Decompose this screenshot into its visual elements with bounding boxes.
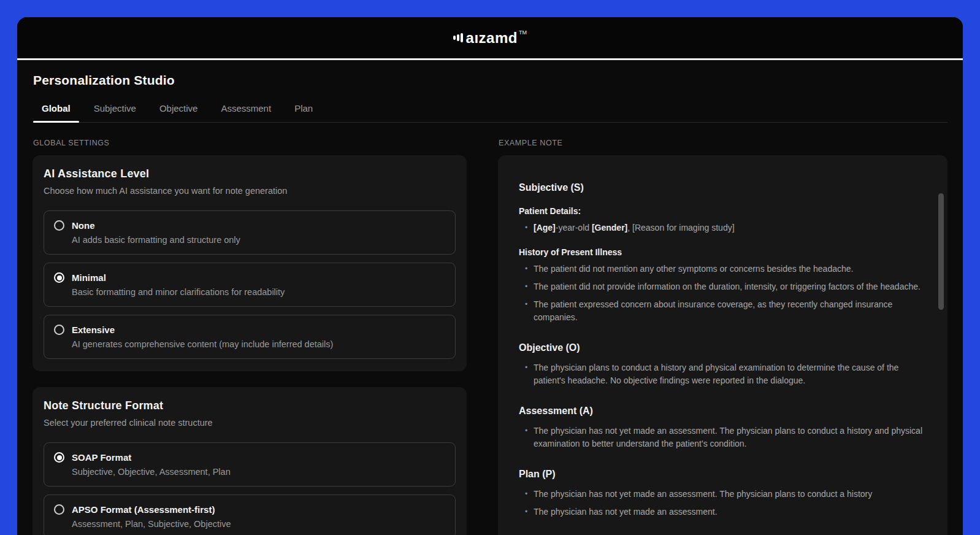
- option-label: APSO Format (Assessment-first): [72, 504, 215, 515]
- assessment-list: The physician has not yet made an assess…: [519, 425, 927, 450]
- assessment-heading: Assessment (A): [519, 406, 927, 417]
- card-title: AI Assistance Level: [44, 167, 456, 180]
- example-note-column: EXAMPLE NOTE Subjective (S) Patient Deta…: [497, 139, 947, 535]
- trademark-symbol: TM: [519, 29, 527, 36]
- patient-details-list: [Age]-year-old [Gender], [Reason for ima…: [519, 221, 927, 234]
- tab-bar: Global Subjective Objective Assessment P…: [33, 103, 947, 123]
- hpi-item: The patient did not mention any other sy…: [525, 263, 927, 275]
- brand-logo: aızamd TM: [453, 31, 527, 45]
- main-columns: GLOBAL SETTINGS AI Assistance Level Choo…: [33, 139, 947, 535]
- card-subtitle: Select your preferred clinical note stru…: [44, 418, 456, 428]
- radio-unselected-icon[interactable]: [54, 220, 64, 231]
- option-label: None: [72, 220, 95, 231]
- option-label: Extensive: [72, 325, 115, 335]
- option-none[interactable]: None AI adds basic formatting and struct…: [44, 210, 456, 255]
- radio-unselected-icon[interactable]: [54, 504, 64, 515]
- ai-assistance-options: None AI adds basic formatting and struct…: [44, 210, 456, 359]
- example-note-label: EXAMPLE NOTE: [498, 139, 947, 147]
- plan-list: The physician has not yet made an assess…: [519, 488, 927, 518]
- app-window: aızamd TM Personalization Studio Global …: [17, 17, 963, 535]
- option-description: AI generates comprehensive content (may …: [72, 339, 445, 349]
- patient-details-heading: Patient Details:: [519, 206, 927, 216]
- option-description: AI adds basic formatting and structure o…: [72, 235, 445, 245]
- option-extensive[interactable]: Extensive AI generates comprehensive con…: [44, 315, 456, 359]
- app-header: aızamd TM: [17, 17, 963, 60]
- scrollbar-thumb[interactable]: [938, 193, 944, 310]
- note-structure-format-card: Note Structure Format Select your prefer…: [33, 387, 467, 535]
- tab-assessment[interactable]: Assessment: [221, 103, 271, 122]
- patient-details-item: [Age]-year-old [Gender], [Reason for ima…: [525, 221, 927, 234]
- tab-objective[interactable]: Objective: [159, 103, 198, 122]
- tab-global[interactable]: Global: [42, 103, 71, 122]
- settings-column: GLOBAL SETTINGS AI Assistance Level Choo…: [33, 139, 467, 535]
- assessment-item: The physician has not yet made an assess…: [525, 425, 927, 450]
- option-label: SOAP Format: [72, 452, 131, 463]
- option-row: Minimal: [54, 272, 445, 283]
- subjective-heading: Subjective (S): [519, 182, 927, 193]
- hpi-list: The patient did not mention any other sy…: [519, 263, 927, 324]
- note-format-options: SOAP Format Subjective, Objective, Asses…: [44, 442, 456, 535]
- option-row: None: [54, 220, 445, 231]
- radio-selected-icon[interactable]: [54, 452, 64, 463]
- option-description: Basic formatting and minor clarification…: [72, 287, 445, 297]
- option-row: Extensive: [54, 325, 445, 335]
- example-note-body: Subjective (S) Patient Details: [Age]-ye…: [519, 182, 927, 518]
- option-soap-format[interactable]: SOAP Format Subjective, Objective, Asses…: [44, 442, 456, 487]
- hpi-heading: History of Present Illness: [519, 247, 927, 257]
- hpi-item: The patient did not provide information …: [525, 280, 927, 293]
- waveform-icon: [453, 33, 463, 42]
- objective-list: The physician plans to conduct a history…: [519, 361, 927, 387]
- card-subtitle: Choose how much AI assistance you want f…: [44, 186, 456, 196]
- hpi-item: The patient expressed concern about insu…: [525, 298, 927, 324]
- radio-unselected-icon[interactable]: [54, 325, 64, 335]
- option-apso-format[interactable]: APSO Format (Assessment-first) Assessmen…: [44, 495, 456, 535]
- radio-selected-icon[interactable]: [54, 272, 64, 283]
- option-description: Subjective, Objective, Assessment, Plan: [72, 467, 445, 477]
- objective-item: The physician plans to conduct a history…: [525, 361, 927, 387]
- plan-item: The physician has not yet made an assess…: [525, 488, 927, 501]
- objective-heading: Objective (O): [519, 342, 927, 353]
- option-minimal[interactable]: Minimal Basic formatting and minor clari…: [44, 263, 456, 307]
- option-label: Minimal: [72, 272, 106, 283]
- global-settings-label: GLOBAL SETTINGS: [33, 139, 467, 147]
- card-title: Note Structure Format: [44, 399, 456, 412]
- example-note-card: Subjective (S) Patient Details: [Age]-ye…: [498, 155, 947, 535]
- option-row: SOAP Format: [54, 452, 445, 463]
- plan-item: The physician has not yet made an assess…: [525, 506, 927, 518]
- brand-wordmark: aızamd: [466, 31, 518, 45]
- plan-heading: Plan (P): [519, 469, 927, 480]
- option-description: Assessment, Plan, Subjective, Objective: [72, 519, 445, 529]
- tab-plan[interactable]: Plan: [294, 103, 313, 122]
- page-content: Personalization Studio Global Subjective…: [17, 73, 963, 535]
- tab-subjective[interactable]: Subjective: [94, 103, 136, 122]
- ai-assistance-level-card: AI Assistance Level Choose how much AI a…: [33, 155, 467, 371]
- option-row: APSO Format (Assessment-first): [54, 504, 445, 515]
- page-title: Personalization Studio: [33, 73, 947, 88]
